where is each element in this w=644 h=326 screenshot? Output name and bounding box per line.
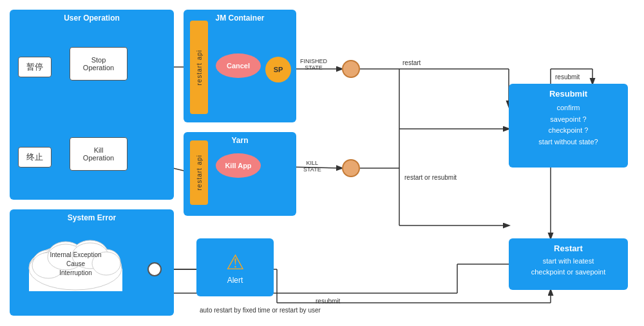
restart-api-2: restart api: [190, 140, 208, 205]
cancel-oval: Cancel: [216, 53, 261, 78]
stop-operation-node: Stop Operation: [70, 47, 128, 81]
user-operation-label: User Operation: [10, 14, 174, 23]
resubmit-label: Resubmit: [549, 89, 587, 99]
resubmit-bottom-label: resubmit: [316, 298, 340, 305]
kill-zh-button[interactable]: 终止: [18, 147, 52, 168]
internal-exception-cloud: Internal ExceptionCauseInterruption: [26, 229, 126, 296]
kill-app-oval: Kill App: [216, 153, 261, 178]
alert-icon: ⚠: [226, 250, 245, 274]
restart-text: start with leatestcheckpoint or savepoin…: [531, 256, 606, 277]
user-operation-container: User Operation: [10, 10, 174, 200]
restart-or-resubmit-label: restart or resubmit: [404, 174, 457, 181]
finished-state-circle: [342, 60, 360, 78]
restart-label: Restart: [554, 244, 583, 253]
system-circle: [147, 262, 162, 276]
diagram: User Operation JM Container Yarn System …: [0, 0, 644, 326]
suspend-zh-button[interactable]: 暂停: [18, 57, 52, 77]
resubmit-top-label: resubmit: [555, 73, 580, 81]
restart-api-1: restart api: [190, 21, 208, 114]
internal-exception-text: Internal ExceptionCauseInterruption: [50, 251, 101, 278]
kill-state-circle: [342, 159, 360, 177]
resubmit-text: confirmsavepoint ?checkpoint ?start with…: [538, 102, 598, 148]
kill-operation-node: Kill Operation: [70, 137, 128, 171]
alert-container: ⚠ Alert: [196, 238, 274, 296]
resubmit-container: Resubmit confirmsavepoint ?checkpoint ?s…: [509, 84, 628, 168]
finished-state-label: FINISHEDSTATE: [300, 58, 327, 71]
alert-label: Alert: [227, 276, 243, 285]
sp-oval: SP: [265, 57, 291, 82]
system-error-label: System Error: [10, 213, 174, 222]
restart-arrow-label: restart: [402, 59, 421, 66]
auto-restart-label: auto restart by fixed time or restart by…: [200, 307, 321, 314]
kill-state-label: KILLSTATE: [303, 160, 321, 173]
restart-container: Restart start with leatestcheckpoint or …: [509, 238, 628, 290]
